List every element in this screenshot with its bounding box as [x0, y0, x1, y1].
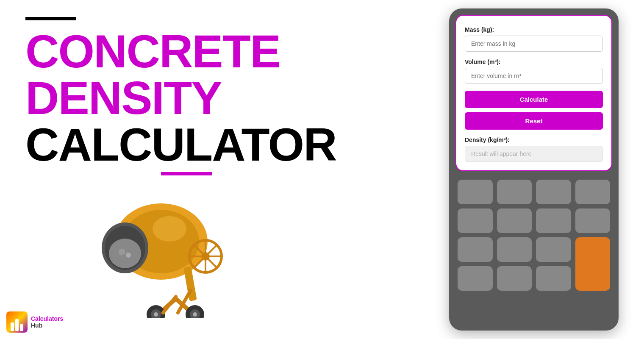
key-9[interactable]: [458, 237, 493, 262]
mass-label: Mass (kg):: [465, 26, 603, 33]
mass-input[interactable]: [465, 36, 603, 52]
svg-point-7: [122, 254, 126, 258]
logo-icon: [6, 311, 28, 333]
svg-line-25: [163, 297, 176, 313]
calculator-screen: Mass (kg): Volume (m³): Calculate Reset …: [455, 15, 612, 171]
reset-button[interactable]: Reset: [465, 112, 603, 130]
logo-container: Calculators Hub: [6, 311, 63, 333]
volume-label: Volume (m³):: [465, 58, 603, 65]
volume-input[interactable]: [465, 68, 603, 84]
logo-bar3: [20, 324, 23, 331]
key-3[interactable]: [536, 180, 571, 204]
result-display: Result will appear here: [465, 146, 603, 162]
calculate-button[interactable]: Calculate: [465, 91, 603, 108]
logo-hub-text: Hub: [31, 322, 63, 329]
title-line3: CALCULATOR: [25, 121, 322, 168]
key-11[interactable]: [536, 237, 571, 262]
svg-point-18: [193, 312, 197, 317]
key-7[interactable]: [536, 208, 571, 233]
top-decorative-bar: [25, 17, 76, 20]
svg-point-6: [126, 253, 131, 258]
key-12[interactable]: [458, 266, 493, 291]
key-2[interactable]: [497, 180, 532, 204]
logo-bar2: [15, 319, 19, 331]
calculator-device: Mass (kg): Volume (m³): Calculate Reset …: [449, 8, 619, 331]
key-1[interactable]: [458, 180, 493, 204]
key-14[interactable]: [536, 266, 571, 291]
key-6[interactable]: [497, 208, 532, 233]
key-10[interactable]: [497, 237, 532, 262]
svg-point-17: [154, 312, 158, 317]
svg-point-8: [153, 216, 186, 242]
key-8[interactable]: [575, 208, 611, 233]
key-enter[interactable]: [575, 237, 611, 291]
logo-calculators-text: Calculators: [31, 315, 63, 322]
calculator-keypad: [455, 178, 612, 293]
key-13[interactable]: [497, 266, 532, 291]
logo-bar1: [11, 322, 14, 331]
left-section: CONCRETE DENSITY CALCULATOR: [25, 17, 322, 175]
key-5[interactable]: [458, 208, 493, 233]
cement-mixer-illustration: [93, 182, 237, 318]
title-line2: DENSITY: [25, 75, 322, 121]
key-4[interactable]: [575, 180, 611, 204]
logo-text: Calculators Hub: [31, 315, 63, 329]
bottom-decorative-bar: [161, 172, 212, 175]
title-line1: CONCRETE: [25, 28, 322, 75]
density-label: Density (kg/m³):: [465, 136, 603, 143]
